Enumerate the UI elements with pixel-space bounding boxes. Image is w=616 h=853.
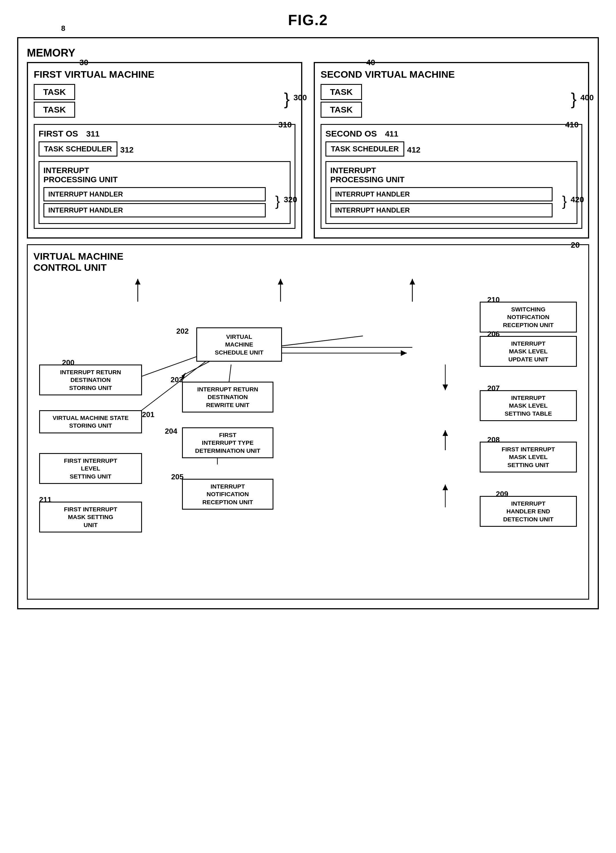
vm2-task2: TASK <box>320 102 362 118</box>
vm2-scheduler-ref: 412 <box>407 146 420 155</box>
ref-202: 202 <box>176 327 188 335</box>
vm-row: 30 FIRST VIRTUAL MACHINE TASK TASK } 300… <box>27 62 589 238</box>
first-interrupt-type-unit: FIRSTINTERRUPT TYPEDETERMINATION UNIT <box>182 427 273 458</box>
vmc-label: VIRTUAL MACHINECONTROL UNIT <box>33 251 583 273</box>
outer-ref: 8 <box>61 24 65 33</box>
interrupt-return-rewrite-unit: INTERRUPT RETURNDESTINATIONREWRITE UNIT <box>182 382 273 413</box>
ref-206: 206 <box>487 330 500 338</box>
vm1-ipu-title: INTERRUPTPROCESSING UNIT <box>43 166 286 184</box>
vm2-handlers-ref: 420 <box>570 195 584 204</box>
svg-marker-23 <box>443 430 448 436</box>
interrupt-return-dest-unit: INTERRUPT RETURNDESTINATIONSTORING UNIT <box>39 364 142 395</box>
ref-209: 209 <box>496 490 508 498</box>
vm2-tasks-ref: 400 <box>580 93 594 102</box>
ref-203: 203 <box>171 375 183 384</box>
vm1-title: FIRST VIRTUAL MACHINE <box>34 69 296 80</box>
vm2-ipu: INTERRUPTPROCESSING UNIT INTERRUPT HANDL… <box>325 161 577 224</box>
vm2-os-box: 410 SECOND OS 411 TASK SCHEDULER 412 INT… <box>320 124 582 229</box>
vm2-box: 40 SECOND VIRTUAL MACHINE TASK TASK } 40… <box>314 62 589 238</box>
vm1-box: 30 FIRST VIRTUAL MACHINE TASK TASK } 300… <box>27 62 302 238</box>
ref-201: 201 <box>142 410 154 419</box>
interrupt-mask-level-update-unit: INTERRUPTMASK LEVELUPDATE UNIT <box>480 336 577 367</box>
vm2-title: SECOND VIRTUAL MACHINE <box>320 69 582 80</box>
vm2-handler2: INTERRUPT HANDLER <box>330 203 552 217</box>
vm1-handler2: INTERRUPT HANDLER <box>43 203 266 217</box>
vm2-scheduler: TASK SCHEDULER <box>325 141 404 156</box>
svg-marker-1 <box>135 279 141 285</box>
vm2-os-ref: 410 <box>565 120 578 129</box>
vm1-os-ref: 310 <box>278 120 292 129</box>
vm1-tasks-ref: 300 <box>293 93 307 102</box>
svg-marker-3 <box>278 279 283 285</box>
ref-208: 208 <box>487 436 500 444</box>
vm2-task1: TASK <box>320 84 362 100</box>
ref-207: 207 <box>487 384 500 393</box>
outer-box: 8 MEMORY 30 FIRST VIRTUAL MACHINE TASK T… <box>17 37 599 609</box>
vm2-os-num: 411 <box>385 129 398 138</box>
vm1-handler1: INTERRUPT HANDLER <box>43 187 266 201</box>
ref-204: 204 <box>165 427 177 436</box>
first-interrupt-mask-level-unit: FIRST INTERRUPTMASK LEVELSETTING UNIT <box>480 442 577 472</box>
vm2-handler1: INTERRUPT HANDLER <box>330 187 552 201</box>
switching-notification-unit: SWITCHINGNOTIFICATIONRECEPTION UNIT <box>480 302 577 332</box>
vm1-os-box: 310 FIRST OS 311 TASK SCHEDULER 312 INTE… <box>34 124 296 229</box>
vm1-os-title: FIRST OS 311 <box>39 129 291 138</box>
vm2-os-title: SECOND OS 411 <box>325 129 577 138</box>
vm1-os-num: 311 <box>86 129 100 138</box>
page-title: FIG.2 <box>288 11 328 29</box>
ref-205: 205 <box>171 472 184 481</box>
interrupt-notification-unit: INTERRUPTNOTIFICATIONRECEPTION UNIT <box>182 479 273 510</box>
ref-200: 200 <box>62 358 74 367</box>
vmc-ref: 20 <box>571 241 580 250</box>
ref-211: 211 <box>39 495 52 504</box>
vm1-ipu: INTERRUPTPROCESSING UNIT INTERRUPT HANDL… <box>39 161 291 224</box>
first-interrupt-level-unit: FIRST INTERRUPTLEVELSETTING UNIT <box>39 453 142 484</box>
vm-schedule-unit: VIRTUALMACHINESCHEDULE UNIT <box>196 327 282 362</box>
interrupt-handler-end-unit: INTERRUPTHANDLER ENDDETECTION UNIT <box>480 496 577 527</box>
vmc-section: 20 VIRTUAL MACHINECONTROL UNIT <box>27 244 589 600</box>
svg-marker-21 <box>443 384 448 390</box>
svg-marker-5 <box>410 279 415 285</box>
vm1-task1: TASK <box>34 84 75 100</box>
vm1-task2: TASK <box>34 102 75 118</box>
vm1-handlers-ref: 320 <box>284 195 297 204</box>
vm2-ipu-title: INTERRUPTPROCESSING UNIT <box>330 166 573 184</box>
vm1-ref: 30 <box>79 58 88 67</box>
vm1-scheduler: TASK SCHEDULER <box>39 141 117 156</box>
vmc-diagram: INTERRUPT RETURNDESTINATIONSTORING UNIT … <box>33 279 583 593</box>
vm2-ref: 40 <box>366 58 375 67</box>
first-interrupt-mask-unit: FIRST INTERRUPTMASK SETTINGUNIT <box>39 502 142 533</box>
ref-210: 210 <box>487 295 500 304</box>
interrupt-mask-level-setting-table: INTERRUPTMASK LEVELSETTING TABLE <box>480 390 577 421</box>
svg-marker-26 <box>443 484 448 490</box>
vm-state-storing-unit: VIRTUAL MACHINE STATESTORING UNIT <box>39 410 142 433</box>
memory-label: MEMORY <box>27 47 589 59</box>
vm1-scheduler-ref: 312 <box>120 146 134 155</box>
svg-line-14 <box>269 336 363 348</box>
svg-marker-19 <box>401 350 407 356</box>
